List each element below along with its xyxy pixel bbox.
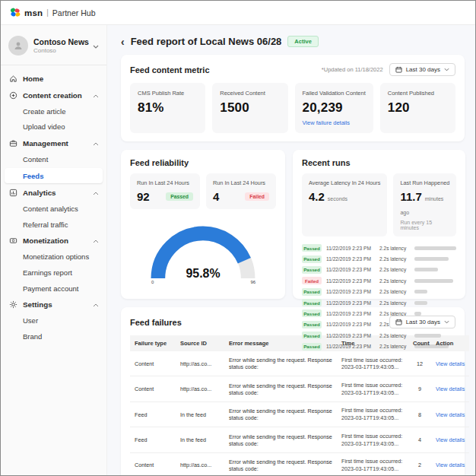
account-name: Contoso News xyxy=(33,37,87,46)
updated-label: *Updated on 11/18/2022 xyxy=(322,66,383,73)
table-row: Content http://as.co... Error while send… xyxy=(130,376,469,401)
run-duration-bar xyxy=(414,257,449,261)
sidebar-item-content-creation[interactable]: Content creation xyxy=(1,87,106,103)
product-name: Partner Hub xyxy=(52,8,96,17)
sidebar-item-feeds[interactable]: Feeds xyxy=(5,168,103,184)
chevron-up-icon xyxy=(93,189,99,197)
chevron-down-icon xyxy=(93,42,99,50)
feed-reliability-title: Feed reliability xyxy=(130,158,189,167)
run-duration-bar xyxy=(414,246,456,250)
gauge-value: 95.8% xyxy=(186,267,220,280)
sidebar-item-management[interactable]: Management xyxy=(1,135,106,151)
run-row: Passed11/22/2019 2:23 PM2.2s latency xyxy=(302,243,456,253)
sidebar: Contoso News Contoso Home Content creati… xyxy=(1,25,107,475)
sidebar-item-create-article[interactable]: Create article xyxy=(1,103,106,119)
brand-text: msn xyxy=(24,8,43,17)
sidebar-item-payment-account[interactable]: Payment account xyxy=(1,281,106,297)
app-window: msn | Partner Hub Contoso News Contoso xyxy=(0,0,476,476)
sidebar-item-analytics[interactable]: Analytics xyxy=(1,184,106,201)
view-failure-details-link[interactable]: View failure details xyxy=(303,119,366,126)
feed-content-metric-title: Feed content metric xyxy=(130,65,210,75)
msn-partner-hub-logo: msn | Partner Hub xyxy=(10,8,95,17)
sidebar-item-settings[interactable]: Settings xyxy=(1,296,106,313)
table-row: Content http://as.co... Error while send… xyxy=(130,351,469,376)
feed-failures-title: Feed failures xyxy=(130,318,182,327)
run-row: Passed11/22/2019 2:23 PM2.2s latency xyxy=(302,265,456,275)
recent-runs-list: Passed11/22/2019 2:23 PM2.2s latency Pas… xyxy=(302,243,456,352)
run-duration-bar xyxy=(414,290,427,294)
runs-failed-card: Run In Last 24 Hours 4 Failed xyxy=(206,173,276,209)
metric-content-published: Content Published 120 xyxy=(380,83,455,133)
last-run-card: Last Run Happened 11.7minutes ago Run ev… xyxy=(393,173,456,236)
chevron-up-icon xyxy=(93,91,99,100)
chevron-down-icon xyxy=(444,68,449,71)
table-row: Feed In the feed Error while sending the… xyxy=(130,401,469,427)
back-button[interactable]: ‹ xyxy=(121,36,125,47)
status-badge: Active xyxy=(287,36,319,47)
view-details-link[interactable]: View details xyxy=(436,436,465,443)
sidebar-item-earnings-report[interactable]: Earnings report xyxy=(1,265,106,281)
run-duration-bar xyxy=(414,301,427,305)
passed-badge: Passed xyxy=(166,192,193,201)
calendar-icon xyxy=(395,319,402,325)
run-row: Failed11/22/2019 2:23 PM2.2s latency xyxy=(302,275,456,286)
top-bar: msn | Partner Hub xyxy=(1,1,475,25)
feed-reliability-panel: Feed reliability Run In Last 24 Hours 92… xyxy=(121,150,285,299)
feed-content-metric-panel: Feed content metric *Updated on 11/18/20… xyxy=(121,55,465,141)
gauge-min-label: 0 xyxy=(151,280,154,284)
recent-runs-title: Recent runs xyxy=(302,158,351,167)
run-row: Passed11/22/2019 2:23 PM2.2s latency xyxy=(302,341,456,351)
run-duration-bar xyxy=(414,268,438,271)
page-title: Feed report of Local News 06/28 xyxy=(131,36,282,47)
table-row: Content http://as.co... Error while send… xyxy=(130,452,469,475)
chevron-up-icon xyxy=(93,300,99,309)
account-switcher[interactable]: Contoso News Contoso xyxy=(1,33,106,63)
sidebar-item-user[interactable]: User xyxy=(1,313,106,328)
analytics-chart-icon xyxy=(8,189,17,197)
chevron-up-icon xyxy=(93,139,99,148)
run-duration-bar xyxy=(414,279,453,283)
gear-icon xyxy=(8,300,17,309)
chevron-down-icon xyxy=(444,320,449,324)
metric-failed-validation: Failed Validation Content 20,239 View fa… xyxy=(295,83,373,133)
view-details-link[interactable]: View details xyxy=(436,411,465,418)
calendar-icon xyxy=(395,66,402,73)
runs-passed-card: Run In Last 24 Hours 92 Passed xyxy=(130,173,200,209)
sidebar-item-monetization[interactable]: Monetization xyxy=(1,233,106,249)
msn-butterfly-icon xyxy=(10,8,21,17)
metric-cms-publish-rate: CMS Publish Rate 81% xyxy=(130,83,205,133)
account-subtitle: Contoso xyxy=(33,47,87,54)
logo-divider: | xyxy=(46,8,49,17)
sidebar-item-content-analytics[interactable]: Content analytics xyxy=(1,201,106,217)
view-details-link[interactable]: View details xyxy=(436,360,465,367)
avatar xyxy=(8,36,28,56)
run-duration-bar xyxy=(414,334,441,338)
run-row: Passed11/22/2019 2:23 PM2.2s latency xyxy=(302,287,456,297)
sidebar-item-brand[interactable]: Brand xyxy=(1,328,106,344)
reliability-gauge: 0 96 95.8% xyxy=(130,217,276,287)
sidebar-item-content[interactable]: Content xyxy=(1,151,106,167)
recent-runs-panel: Recent runs Average Latency In 24 Hours … xyxy=(293,150,465,299)
sidebar-item-monetization-options[interactable]: Monetization options xyxy=(1,249,106,265)
gauge-max-label: 96 xyxy=(250,280,255,284)
home-icon xyxy=(8,75,17,83)
main-content: ‹ Feed report of Local News 06/28 Active… xyxy=(107,25,475,475)
average-latency-card: Average Latency In 24 Hours 4.2seconds xyxy=(302,173,387,236)
metric-received-content: Received Content 1500 xyxy=(212,83,287,133)
run-row: Passed11/22/2019 2:23 PM2.2s latency xyxy=(302,330,456,341)
run-row: Passed11/22/2019 2:23 PM2.2s latency xyxy=(302,253,456,264)
sidebar-item-upload-video[interactable]: Upload video xyxy=(1,119,106,135)
run-row: Passed11/22/2019 2:23 PM2.2s latency xyxy=(302,297,456,308)
briefcase-icon xyxy=(8,139,17,148)
failures-date-range-dropdown[interactable]: Last 30 days xyxy=(389,316,455,328)
money-icon xyxy=(8,236,17,245)
sidebar-item-home[interactable]: Home xyxy=(1,70,106,87)
date-range-dropdown[interactable]: Last 30 days xyxy=(389,63,455,76)
sidebar-item-referral-traffic[interactable]: Referral traffic xyxy=(1,217,106,233)
sidebar-divider xyxy=(1,65,106,65)
view-details-link[interactable]: View details xyxy=(436,462,465,468)
page-header: ‹ Feed report of Local News 06/28 Active xyxy=(121,36,465,47)
failed-badge: Failed xyxy=(245,192,269,201)
view-details-link[interactable]: View details xyxy=(436,386,465,392)
feed-failures-table: Failure type Source ID Error message Tim… xyxy=(130,335,469,475)
